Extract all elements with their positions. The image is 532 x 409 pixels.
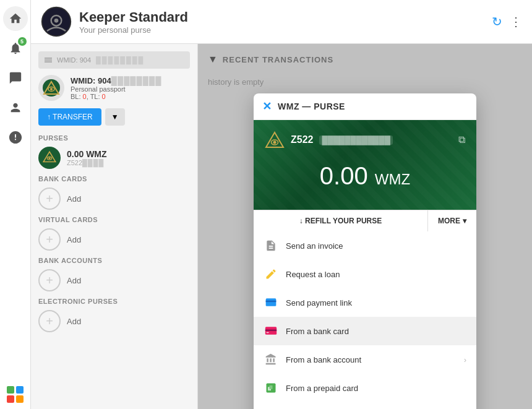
sidebar-item-support[interactable] <box>3 125 28 150</box>
app-logo <box>41 6 72 37</box>
refill-purse-button[interactable]: ↓ REFILL YOUR PURSE <box>254 210 428 231</box>
green-dot <box>7 386 14 394</box>
svg-rect-16 <box>265 330 277 332</box>
notification-badge: 5 <box>18 37 27 46</box>
bl-tl-values: BL: 0, TL: 0 <box>71 93 190 100</box>
add-bank-account[interactable]: + Add <box>38 269 190 291</box>
request-loan-icon <box>264 267 278 282</box>
svg-rect-17 <box>267 332 269 334</box>
bank-accounts-section-title: BANK ACCOUNTS <box>38 257 190 264</box>
header-text: Keeper Standard Your personal purse <box>79 9 188 35</box>
menu-from-prepaid-card[interactable]: From a prepaid card <box>254 374 476 402</box>
svg-rect-20 <box>270 385 273 389</box>
purse-balance: 0.00 WMZ <box>265 150 465 200</box>
sidebar: 5 <box>0 0 31 409</box>
add-bank-account-label: Add <box>67 276 81 285</box>
account-avatar <box>38 75 64 101</box>
add-virtual-card-label: Add <box>67 235 81 244</box>
request-loan-label: Request a loan <box>286 270 340 279</box>
app-subtitle: Your personal purse <box>79 25 188 35</box>
app-title: Keeper Standard <box>79 9 188 25</box>
purse-card: Z522 ████████████ ⧉ 0.00 WMZ <box>254 120 476 210</box>
send-payment-link-label: Send payment link <box>286 298 352 308</box>
red-dot <box>7 395 14 403</box>
from-bank-account-icon <box>264 352 278 367</box>
more-arrow-icon: ▾ <box>463 217 466 225</box>
purse-id: Z522████ <box>67 159 107 166</box>
add-bank-card-label: Add <box>67 194 81 204</box>
copy-purse-id-button[interactable]: ⧉ <box>458 134 465 145</box>
dropdown-menu: Send an invoice Request a loan <box>254 231 476 409</box>
passport-label: Personal passport <box>71 85 190 93</box>
add-account-circle-icon: + <box>38 269 61 291</box>
add-bank-card[interactable]: + Add <box>38 187 190 210</box>
header-actions: ↻ ⋮ <box>492 14 522 29</box>
purses-section-title: PURSES <box>38 134 190 142</box>
main-content: Keeper Standard Your personal purse ↻ ⋮ … <box>31 0 532 409</box>
wmz-purse-modal: ✕ WMZ — PURSE <box>254 93 476 409</box>
svg-point-12 <box>273 141 277 144</box>
menu-find-places[interactable]: Find Places Near Me <box>254 402 476 409</box>
menu-from-bank-account[interactable]: From a bank account › <box>254 345 476 374</box>
modal-close-button[interactable]: ✕ <box>262 100 272 113</box>
blue-dot <box>16 386 24 394</box>
from-prepaid-card-label: From a prepaid card <box>286 384 358 393</box>
add-circle-icon: + <box>38 187 61 210</box>
transfer-down-button[interactable]: ▼ <box>105 108 125 126</box>
sidebar-item-home[interactable] <box>3 6 28 31</box>
send-invoice-icon <box>264 238 278 253</box>
send-invoice-label: Send an invoice <box>286 241 343 251</box>
header: Keeper Standard Your personal purse ↻ ⋮ <box>31 0 532 44</box>
sidebar-bottom <box>7 386 24 403</box>
send-payment-link-icon <box>264 295 278 310</box>
account-bar: WMID: 904 ████████ <box>38 51 190 69</box>
menu-send-invoice[interactable]: Send an invoice <box>254 231 476 260</box>
add-electronic-purse-label: Add <box>67 317 81 326</box>
electronic-purses-section-title: ELECTRONIC PURSES <box>38 298 190 305</box>
content-area: WMID: 904 ████████ <box>31 44 532 409</box>
add-virtual-card[interactable]: + Add <box>38 228 190 251</box>
refresh-button[interactable]: ↻ <box>492 14 502 29</box>
svg-point-6 <box>50 88 53 90</box>
virtual-cards-section-title: VIRTUAL CARDS <box>38 216 190 223</box>
orange-dot <box>16 395 24 403</box>
color-dots <box>7 386 24 403</box>
add-electronic-purse[interactable]: + Add <box>38 310 190 332</box>
sidebar-item-messages[interactable] <box>3 66 28 90</box>
purse-amount: 0.00 WMZ <box>67 149 107 159</box>
account-id-label: WMID: 904 <box>57 56 91 64</box>
menu-from-bank-card[interactable]: From a bank card <box>254 317 476 345</box>
modal-header: ✕ WMZ — PURSE <box>254 93 476 120</box>
account-details: WMID: 904████████ Personal passport BL: … <box>71 76 190 100</box>
purse-icon <box>38 147 61 169</box>
purse-details: 0.00 WMZ Z522████ <box>67 149 107 166</box>
svg-point-9 <box>48 157 50 159</box>
transfer-button[interactable]: ↑ TRANSFER <box>38 108 101 126</box>
bank-account-arrow-icon: › <box>464 355 466 364</box>
purse-card-row: Z522 ████████████ ⧉ <box>265 130 465 150</box>
modal-purse-id-blurred: ████████████ <box>319 136 393 145</box>
transfer-row: ↑ TRANSFER ▼ <box>38 108 190 126</box>
purse-item: 0.00 WMZ Z522████ <box>38 147 190 169</box>
menu-request-loan[interactable]: Request a loan <box>254 260 476 288</box>
account-id-blurred: ████████ <box>96 56 144 64</box>
more-options-button[interactable]: MORE ▾ <box>428 210 476 231</box>
svg-point-2 <box>54 19 59 23</box>
from-bank-card-icon <box>264 324 278 338</box>
svg-rect-14 <box>266 301 277 303</box>
sidebar-item-contacts[interactable] <box>3 95 28 120</box>
sidebar-item-notifications[interactable]: 5 <box>3 36 28 61</box>
from-prepaid-card-icon <box>264 381 278 395</box>
right-panel: ▼ RECENT TRANSACTIONS history is empty ✕… <box>198 44 532 409</box>
add-epurse-circle-icon: + <box>38 310 61 332</box>
svg-rect-13 <box>266 298 277 306</box>
add-virtual-circle-icon: + <box>38 228 61 251</box>
from-bank-account-label: From a bank account <box>286 355 361 364</box>
more-button[interactable]: ⋮ <box>510 14 522 29</box>
left-panel: WMID: 904 ████████ <box>31 44 198 409</box>
wmid-text: WMID: 904████████ <box>71 76 190 85</box>
from-bank-card-label: From a bank card <box>286 327 349 336</box>
modal-title: WMZ — PURSE <box>278 101 345 111</box>
modal-overlay[interactable]: ✕ WMZ — PURSE <box>198 44 532 409</box>
menu-send-payment-link[interactable]: Send payment link <box>254 288 476 317</box>
